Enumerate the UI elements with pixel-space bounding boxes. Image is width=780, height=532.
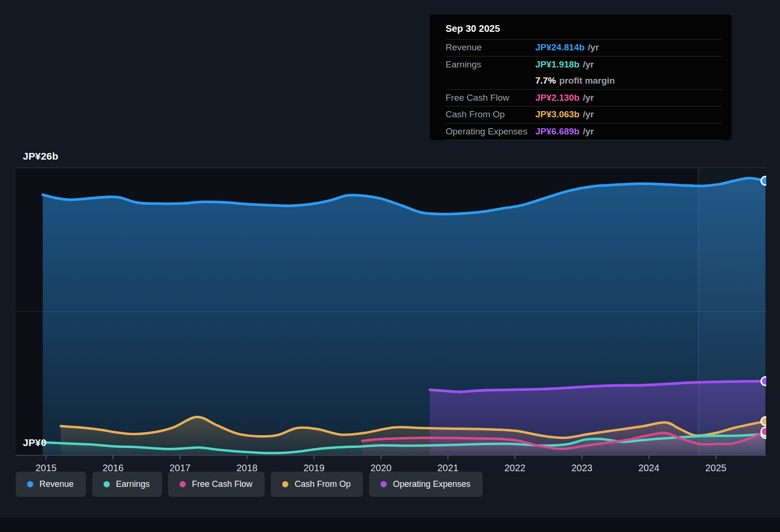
tooltip-label: Operating Expenses <box>446 126 535 137</box>
legend-label: Free Cash Flow <box>192 479 252 489</box>
forecast-highlight-band <box>698 168 766 456</box>
legend-item-free-cash-flow[interactable]: Free Cash Flow <box>168 472 265 497</box>
legend-item-earnings[interactable]: Earnings <box>92 472 162 497</box>
tooltip-unit: /yr <box>583 59 594 70</box>
profit-margin-label: profit margin <box>559 76 615 86</box>
legend-item-revenue[interactable]: Revenue <box>16 472 86 497</box>
legend-label: Cash From Op <box>295 479 351 489</box>
legend: Revenue Earnings Free Cash Flow Cash Fro… <box>16 472 483 497</box>
tooltip-row-cash-from-op: Cash From Op JP¥3.063b /yr <box>446 106 722 124</box>
free-cash-flow-dot-icon <box>180 481 186 487</box>
profit-margin-value: 7.7% <box>535 76 556 86</box>
tooltip-unit: /yr <box>583 109 594 120</box>
earnings-dot-icon <box>104 481 110 487</box>
tooltip-value: JP¥2.130b <box>535 93 580 103</box>
tooltip-label: Free Cash Flow <box>446 93 535 103</box>
legend-label: Operating Expenses <box>393 479 470 489</box>
panel-bottom-strip <box>0 518 780 532</box>
y-axis-label-zero: JP¥0 <box>23 437 47 448</box>
tooltip-label: Cash From Op <box>446 109 535 120</box>
legend-label: Revenue <box>39 479 74 489</box>
tooltip-row-free-cash-flow: Free Cash Flow JP¥2.130b /yr <box>446 90 722 107</box>
tooltip-value: JP¥6.689b <box>535 126 580 137</box>
tooltip-unit: /yr <box>583 126 594 137</box>
tooltip-label: Revenue <box>446 42 535 53</box>
tooltip-row-revenue: Revenue JP¥24.814b /yr <box>446 39 722 57</box>
legend-label: Earnings <box>116 479 150 489</box>
x-tick-label: 2022 <box>504 463 526 473</box>
series-areas <box>43 178 765 455</box>
tooltip-row-profit-margin: 7.7% profit margin <box>446 73 722 90</box>
tooltip-date: Sep 30 2025 <box>446 18 722 39</box>
financial-history-panel: 2015201620172018201920202021202220232024… <box>0 0 780 532</box>
tooltip-unit: /yr <box>583 93 594 103</box>
chart-tooltip: Sep 30 2025 Revenue JP¥24.814b /yr Earni… <box>430 14 732 140</box>
tooltip-row-operating-expenses: Operating Expenses JP¥6.689b /yr <box>446 124 722 141</box>
tooltip-value: JP¥3.063b <box>535 109 580 120</box>
cash-from-op-dot-icon <box>282 481 288 487</box>
tooltip-label: Earnings <box>446 59 535 70</box>
x-tick-label: 2025 <box>705 463 727 473</box>
revenue-dot-icon <box>27 481 33 487</box>
legend-item-cash-from-op[interactable]: Cash From Op <box>271 472 363 497</box>
x-axis: 2015201620172018201920202021202220232024… <box>16 456 766 474</box>
x-tick-label: 2024 <box>638 463 660 473</box>
tooltip-unit: /yr <box>588 42 599 53</box>
operating-expenses-dot-icon <box>380 481 387 487</box>
tooltip-value: JP¥24.814b <box>535 42 585 53</box>
y-axis-label-max: JP¥26b <box>23 151 58 162</box>
legend-item-operating-expenses[interactable]: Operating Expenses <box>369 472 483 497</box>
tooltip-row-earnings: Earnings JP¥1.918b /yr <box>446 57 722 73</box>
x-tick-label: 2023 <box>571 463 593 473</box>
tooltip-value: JP¥1.918b <box>535 59 580 70</box>
